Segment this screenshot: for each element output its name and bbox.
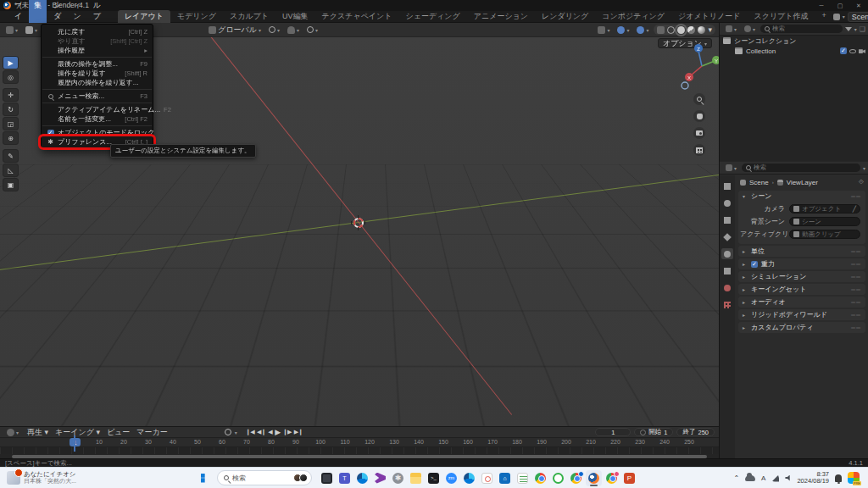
timeline-menu-再生[interactable]: 再生 ▾ xyxy=(25,427,51,438)
workspace-tab-シェーディング[interactable]: シェーディング xyxy=(398,10,466,24)
taskbar-app-edge[interactable] xyxy=(354,470,370,486)
tool-transform[interactable]: ⊕ xyxy=(3,131,19,145)
taskbar-app-powerpoint[interactable]: P xyxy=(621,470,637,486)
taskbar-app-blender[interactable] xyxy=(586,470,602,486)
pan-view-icon[interactable] xyxy=(693,110,705,122)
hide-eye-icon[interactable] xyxy=(849,49,856,53)
outliner-row-シーンコレクション[interactable]: シーンコレクション xyxy=(720,36,868,46)
taskbar-app-edge-2[interactable] xyxy=(461,470,477,486)
timeline-menu-マーカー[interactable]: マーカー xyxy=(134,427,170,438)
volume-icon[interactable] xyxy=(785,475,791,481)
taskbar-app-task-view[interactable] xyxy=(319,470,335,486)
workspace-tab-アニメーション[interactable]: アニメーション xyxy=(467,10,535,24)
properties-tab-scene[interactable] xyxy=(721,248,733,259)
taskbar-app-zoom[interactable]: zm xyxy=(443,470,459,486)
material-preview-icon[interactable] xyxy=(687,26,695,34)
section-header-単位[interactable]: ▸単位══ xyxy=(738,246,865,257)
menu-item-最後の操作を調整...[interactable]: 最後の操作を調整...F9 xyxy=(42,59,153,69)
taskbar-app-terminal[interactable]: >_ xyxy=(426,470,442,486)
properties-options-caret[interactable]: ▾ xyxy=(863,165,865,171)
new-collection-icon[interactable]: ❏ xyxy=(860,25,865,33)
properties-search-input[interactable]: 検索 xyxy=(742,164,860,172)
snap-magnet-toggle[interactable]: ▾ xyxy=(285,25,302,35)
workspace-tab-モデリング[interactable]: モデリング xyxy=(170,10,223,24)
gizmo-minus-axis[interactable] xyxy=(682,82,688,89)
tool-move[interactable]: ✛ xyxy=(3,88,19,102)
onedrive-icon[interactable] xyxy=(745,475,755,481)
start-button[interactable] xyxy=(197,469,214,486)
workspace-tab-スカルプト[interactable]: スカルプト xyxy=(223,10,275,24)
properties-tab-view-layer[interactable] xyxy=(721,231,733,242)
current-frame-field[interactable]: 1 xyxy=(595,428,631,436)
tool-scale[interactable]: ◲ xyxy=(3,117,19,130)
taskbar-app-microsoft-store[interactable]: ⌂ xyxy=(497,470,513,486)
close-button[interactable]: ✕ xyxy=(849,0,868,11)
office-pre-icon[interactable] xyxy=(848,472,860,484)
taskbar-app-chrome-profile-pink[interactable] xyxy=(604,470,620,486)
tool-annotate[interactable]: ✎ xyxy=(3,149,19,163)
start-frame-field[interactable]: 開始1 xyxy=(634,428,673,436)
timeline-ruler[interactable]: 1 10203040506070809010011012013014015016… xyxy=(0,438,719,447)
clock[interactable]: 8:37 2024/08/19 xyxy=(797,471,829,485)
workspace-tab-コンポジティング[interactable]: コンポジティング xyxy=(595,10,671,24)
filter-icon[interactable] xyxy=(845,27,852,31)
section-header-シミュレーション[interactable]: ▸シミュレーション══ xyxy=(738,271,865,282)
menu-item-名前を一括変更...[interactable]: 名前を一括変更...[Ctrl] F2 xyxy=(42,114,153,124)
taskbar-app-line[interactable] xyxy=(550,470,566,486)
timeline-menu-キーイング[interactable]: キーイング ▾ xyxy=(53,427,103,438)
workspace-tab-テクスチャペイント[interactable]: テクスチャペイント xyxy=(315,10,399,24)
pivot-point-dropdown[interactable]: ▾ xyxy=(266,25,282,34)
taskbar-app-snipping-tool[interactable] xyxy=(479,470,495,486)
jump-to-end-button[interactable]: ▶❙ xyxy=(294,429,303,435)
navigation-gizmo[interactable]: Z Y X xyxy=(678,41,719,90)
outliner-display-mode-button[interactable]: ▾ xyxy=(723,25,739,33)
menu-item-メニュー検索...[interactable]: メニュー検索...F3 xyxy=(42,92,153,101)
scene-icon[interactable] xyxy=(833,14,840,20)
tool-cursor[interactable]: ◎ xyxy=(3,70,19,84)
section-header-リジッドボディワールド[interactable]: ▸リジッドボディワールド══ xyxy=(738,309,865,320)
workspace-tab-レンダリング[interactable]: レンダリング xyxy=(535,10,595,24)
tool-select-box[interactable]: ▶ xyxy=(3,56,19,69)
shading-mode-buttons[interactable]: ▾ xyxy=(654,25,715,35)
ime-indicator[interactable]: A xyxy=(761,474,765,482)
notifications-bell-icon[interactable] xyxy=(835,474,842,482)
section-header-重力[interactable]: ▸✓重力══ xyxy=(738,258,865,269)
tool-rotate[interactable]: ↻ xyxy=(3,103,19,116)
gizmos-dropdown[interactable]: ▾ xyxy=(615,25,632,35)
breadcrumb-scene[interactable]: Scene xyxy=(749,179,769,186)
field-input-アクティブクリップ[interactable]: 動画クリップ xyxy=(789,230,860,239)
section-header-カスタムプロパティ[interactable]: ▸カスタムプロパティ══ xyxy=(738,322,865,333)
taskbar-app-chrome[interactable] xyxy=(532,470,548,486)
toggle-xray-icon[interactable] xyxy=(657,26,665,34)
taskbar-app-chrome-profile-blue[interactable] xyxy=(568,470,584,486)
hidden-icons-chevron[interactable]: ⌃ xyxy=(733,474,739,482)
orthographic-toggle-icon[interactable] xyxy=(693,144,705,156)
outliner-search-input[interactable]: 検索 xyxy=(760,25,843,33)
menu-item-操作を繰り返す[interactable]: 操作を繰り返す[Shift] R xyxy=(42,69,153,78)
section-checkbox[interactable]: ✓ xyxy=(751,261,758,268)
transform-orientation-dropdown[interactable]: グローバル▾ xyxy=(206,24,264,36)
workspace-tab-+[interactable]: + xyxy=(815,10,833,24)
scene-panel-header[interactable]: ▾シーン══ xyxy=(738,191,865,202)
properties-tab-tool[interactable] xyxy=(721,180,733,191)
workspace-tab-レイアウト[interactable]: レイアウト xyxy=(118,10,170,24)
breadcrumb-view-layer[interactable]: ViewLayer xyxy=(787,179,818,186)
rendered-shading-icon[interactable] xyxy=(698,26,705,34)
view-object-types-dropdown[interactable]: ▾ xyxy=(595,25,612,35)
properties-tab-physics[interactable] xyxy=(721,282,733,293)
properties-tab-world[interactable] xyxy=(721,265,733,276)
menu-item-元に戻す[interactable]: 元に戻す[Ctrl] Z xyxy=(42,27,153,36)
properties-tab-texture[interactable] xyxy=(721,299,733,310)
scene-selector[interactable]: Scene xyxy=(848,12,868,22)
workspace-tab-スクリプト作成[interactable]: スクリプト作成 xyxy=(747,10,815,24)
scene-dropdown-caret[interactable]: ▾ xyxy=(843,14,845,19)
taskbar-app-file-explorer[interactable] xyxy=(408,470,424,486)
tool-measure[interactable]: ◺ xyxy=(3,164,19,177)
menu-item-履歴内の操作を繰り返す...[interactable]: 履歴内の操作を繰り返す... xyxy=(42,78,153,87)
menu-item-オブジェクトのモードをロック[interactable]: ✓オブジェクトのモードをロック xyxy=(42,128,153,137)
field-input-背景シーン[interactable]: シーン xyxy=(789,217,860,226)
previous-keyframe-button[interactable]: ◀❙ xyxy=(257,429,265,435)
end-frame-field[interactable]: 終了250 xyxy=(676,428,715,436)
properties-tab-output[interactable] xyxy=(721,214,733,225)
outliner-filter-id-button[interactable]: ▾ xyxy=(742,25,758,33)
